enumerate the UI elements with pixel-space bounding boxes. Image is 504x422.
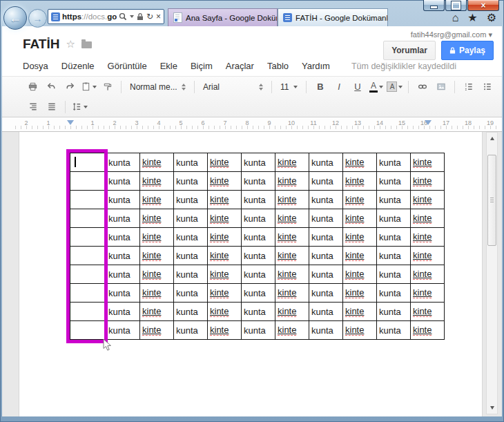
table-cell-r1-c8[interactable]: kinte [343,172,377,191]
address-bar[interactable]: https://docs.goo... ↻ × [48,9,164,24]
table-cell-r3-c0[interactable] [70,209,106,228]
table-cell-r9-c1[interactable]: kunta [106,321,140,340]
highlight-color-button[interactable]: A [386,79,403,95]
table-cell-r7-c0[interactable] [70,284,106,303]
table-cell-r8-c8[interactable]: kinte [343,303,377,321]
table-cell-r8-c0[interactable] [70,303,106,321]
table-cell-r2-c3[interactable]: kunta [174,191,208,209]
table-cell-r1-c6[interactable]: kinte [275,172,309,191]
undo-button[interactable] [43,79,60,95]
search-icon[interactable] [119,12,127,21]
folder-icon[interactable] [81,41,92,48]
table-cell-r8-c10[interactable]: kinte [411,303,445,321]
table-cell-r3-c9[interactable]: kunta [377,209,411,228]
table-cell-r5-c5[interactable]: kunta [242,247,275,265]
print-button[interactable] [24,79,41,95]
table-cell-r4-c3[interactable]: kunta [174,228,208,247]
table-cell-r7-c10[interactable]: kinte [411,284,445,303]
table-cell-r0-c2[interactable]: kinte [140,153,174,172]
paragraph-style-select[interactable]: Normal me... [126,82,189,92]
table-cell-r0-c1[interactable]: kunta [106,153,140,172]
table-cell-r2-c5[interactable]: kunta [242,191,275,209]
favorites-star-icon[interactable]: ★ [467,12,477,23]
font-family-select[interactable]: Arial [200,82,266,92]
table-cell-r5-c3[interactable]: kunta [174,247,208,265]
table-cell-r2-c9[interactable]: kunta [377,191,411,209]
table-cell-r3-c3[interactable]: kunta [174,209,208,228]
tab-fatih[interactable]: FATİH - Google Dokümanlar × [278,8,388,26]
table-cell-r3-c7[interactable]: kunta [309,209,343,228]
maximize-button[interactable] [445,0,467,11]
menu-item-2[interactable]: Görüntüle [108,61,147,71]
menu-item-0[interactable]: Dosya [23,61,48,71]
table-cell-r9-c10[interactable]: kinte [411,321,445,340]
table-cell-r5-c2[interactable]: kinte [140,247,174,265]
table-cell-r8-c2[interactable]: kinte [140,303,174,321]
tab-ana-sayfa[interactable]: Ana Sayfa - Google Dokümanlar [168,8,278,26]
table-cell-r0-c10[interactable]: kinte [411,153,445,172]
table-cell-r6-c0[interactable] [70,265,106,284]
table-cell-r0-c6[interactable]: kinte [275,153,309,172]
table-cell-r1-c2[interactable]: kinte [140,172,174,191]
refresh-icon[interactable]: ↻ [146,12,153,21]
table-cell-r1-c10[interactable]: kinte [411,172,445,191]
settings-gear-icon[interactable]: ⚙ [487,12,496,23]
table-cell-r4-c8[interactable]: kinte [343,228,377,247]
table-cell-r6-c2[interactable]: kinte [140,265,174,284]
scrollbar-thumb[interactable] [487,155,496,246]
star-document-icon[interactable]: ☆ [66,38,75,50]
table-cell-r2-c0[interactable] [70,191,106,209]
menu-item-6[interactable]: Tablo [267,61,289,71]
table-cell-r9-c7[interactable]: kunta [309,321,343,340]
table-cell-r7-c1[interactable]: kunta [106,284,140,303]
table-cell-r9-c5[interactable]: kunta [242,321,275,340]
table-cell-r4-c10[interactable]: kinte [411,228,445,247]
underline-button[interactable]: U [349,79,366,95]
table-cell-r4-c1[interactable]: kunta [106,228,140,247]
insert-image-button[interactable] [432,79,449,95]
table-cell-r0-c9[interactable]: kunta [377,153,411,172]
table-cell-r9-c2[interactable]: kinte [140,321,174,340]
bulleted-list-button[interactable] [478,79,496,95]
scroll-down-button[interactable] [487,403,497,413]
line-spacing-button[interactable] [70,99,88,115]
table-cell-r0-c7[interactable]: kunta [309,153,343,172]
table-cell-r2-c8[interactable]: kinte [343,191,377,209]
table-cell-r7-c6[interactable]: kinte [275,284,309,303]
right-margin-marker-icon[interactable] [425,120,432,125]
text-color-button[interactable]: A [367,79,385,95]
account-menu[interactable]: fatih44srg@gmail.com ▾ [411,30,492,39]
table-cell-r4-c4[interactable]: kinte [208,228,242,247]
align-right-button[interactable] [24,99,41,115]
table-cell-r5-c7[interactable]: kunta [309,247,343,265]
table-cell-r1-c0[interactable] [70,172,106,191]
table-cell-r9-c0[interactable] [70,321,106,340]
table-cell-r4-c0[interactable] [70,228,106,247]
table-cell-r5-c1[interactable]: kunta [106,247,140,265]
table-cell-r5-c4[interactable]: kinte [208,247,242,265]
table-cell-r8-c7[interactable]: kunta [309,303,343,321]
justify-button[interactable] [43,99,60,115]
table-cell-r9-c8[interactable]: kinte [343,321,377,340]
table-cell-r8-c3[interactable]: kunta [174,303,208,321]
table-cell-r9-c9[interactable]: kunta [377,321,411,340]
table-cell-r5-c10[interactable]: kinte [411,247,445,265]
comments-button[interactable]: Yorumlar [383,41,436,60]
table-cell-r9-c6[interactable]: kinte [275,321,309,340]
table-cell-r1-c4[interactable]: kinte [208,172,242,191]
paint-format-button[interactable] [99,79,116,95]
table-cell-r5-c0[interactable] [70,247,106,265]
vertical-scrollbar[interactable] [486,132,498,414]
table-cell-r6-c9[interactable]: kunta [377,265,411,284]
table-cell-r6-c1[interactable]: kunta [106,265,140,284]
bold-button[interactable]: B [311,79,329,95]
table-cell-r1-c3[interactable]: kunta [174,172,208,191]
table-cell-r2-c6[interactable]: kinte [275,191,309,209]
table-cell-r7-c7[interactable]: kunta [309,284,343,303]
table-cell-r1-c5[interactable]: kunta [242,172,275,191]
table-cell-r4-c6[interactable]: kinte [275,228,309,247]
table-cell-r7-c4[interactable]: kinte [208,284,242,303]
table-cell-r7-c9[interactable]: kunta [377,284,411,303]
home-icon[interactable]: ⌂ [452,12,459,23]
paste-button[interactable] [80,79,97,95]
